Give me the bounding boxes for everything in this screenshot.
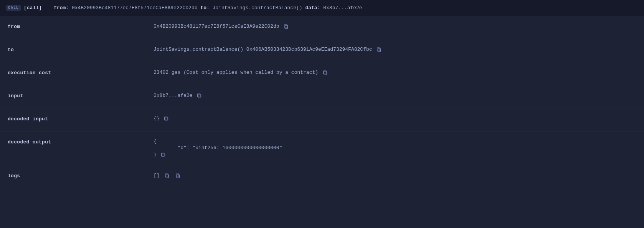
decoded-output-label: decoded output: [8, 138, 154, 145]
logs-label: logs: [8, 172, 154, 179]
from-address: 0x4B20993Bc481177ec7E8f571ceCaE8A9e22C02…: [154, 23, 279, 29]
logs-value: []: [154, 173, 160, 178]
decoded-input-inline: {}: [154, 115, 170, 122]
logs-copy-icon-1[interactable]: [164, 173, 170, 179]
decoded-output-close-brace: }: [154, 152, 157, 158]
decoded-output-open-brace: {: [154, 138, 282, 144]
from-row: from 0x4B20993Bc481177ec7E8f571ceCaE8A9e…: [0, 16, 644, 39]
header-from-value: 0x4B20993Bc481177ec7E8f571ceCaE8A9e22C02…: [72, 5, 200, 11]
execution-cost-row: execution cost 23402 gas (Cost only appl…: [0, 62, 644, 85]
header-text: [call] from: 0x4B20993Bc481177ec7E8f571c…: [24, 5, 362, 11]
decoded-input-row: decoded input {}: [0, 108, 644, 131]
transaction-panel: CALL [call] from: 0x4B20993Bc481177ec7E8…: [0, 0, 644, 188]
call-badge: CALL: [6, 5, 21, 11]
execution-cost-label: execution cost: [8, 69, 154, 76]
input-copy-icon[interactable]: [196, 93, 202, 99]
to-value-container: JointSavings.contractBalance() 0x406AB50…: [154, 46, 636, 53]
header-to-keyword: to:: [200, 5, 209, 11]
logs-row: logs []: [0, 165, 644, 188]
from-copy-icon[interactable]: [283, 23, 289, 30]
to-inline: JointSavings.contractBalance() 0x406AB50…: [154, 46, 382, 53]
to-label: to: [8, 46, 154, 53]
logs-copy-icon-2[interactable]: [175, 173, 181, 179]
input-value: 0x8b7...afe2e: [154, 93, 192, 98]
decoded-output-close-line: }: [154, 151, 282, 158]
header-bracket: [call]: [24, 5, 42, 11]
header-data-keyword: data:: [305, 5, 320, 11]
decoded-output-value-container: { "0": "uint256: 1600000000000000000" }: [154, 138, 636, 158]
input-row: input 0x8b7...afe2e: [0, 85, 644, 108]
decoded-input-value: {}: [154, 116, 160, 121]
main-content: from 0x4B20993Bc481177ec7E8f571ceCaE8A9e…: [0, 16, 644, 188]
from-value-container: 0x4B20993Bc481177ec7E8f571ceCaE8A9e22C02…: [154, 23, 636, 30]
execution-cost-inline: 23402 gas (Cost only applies when called…: [154, 69, 328, 76]
decoded-output-row: decoded output { "0": "uint256: 16000000…: [0, 131, 644, 165]
header-bar: CALL [call] from: 0x4B20993Bc481177ec7E8…: [0, 0, 644, 16]
decoded-input-copy-icon[interactable]: [163, 116, 170, 122]
to-copy-icon[interactable]: [376, 47, 382, 53]
header-to-value: JointSavings.contractBalance(): [213, 5, 305, 11]
decoded-output-copy-icon[interactable]: [160, 152, 167, 158]
decoded-input-label: decoded input: [8, 115, 154, 122]
header-data-value: 0x8b7...afe2e: [323, 5, 362, 11]
from-inline: 0x4B20993Bc481177ec7E8f571ceCaE8A9e22C02…: [154, 23, 289, 30]
execution-cost-copy-icon[interactable]: [322, 70, 328, 76]
input-inline: 0x8b7...afe2e: [154, 92, 202, 99]
logs-value-container: []: [154, 172, 636, 179]
header-from-keyword: from:: [54, 5, 69, 11]
input-value-container: 0x8b7...afe2e: [154, 92, 636, 99]
input-label: input: [8, 92, 154, 99]
decoded-output-block: { "0": "uint256: 1600000000000000000" }: [154, 138, 282, 158]
from-label: from: [8, 23, 154, 30]
decoded-input-value-container: {}: [154, 115, 636, 122]
execution-cost-value: 23402 gas (Cost only applies when called…: [154, 70, 318, 75]
decoded-output-content: "0": "uint256: 1600000000000000000": [154, 145, 282, 151]
execution-cost-value-container: 23402 gas (Cost only applies when called…: [154, 69, 636, 76]
to-contract: JointSavings.contractBalance() 0x406AB50…: [154, 47, 372, 52]
to-row: to JointSavings.contractBalance() 0x406A…: [0, 39, 644, 62]
